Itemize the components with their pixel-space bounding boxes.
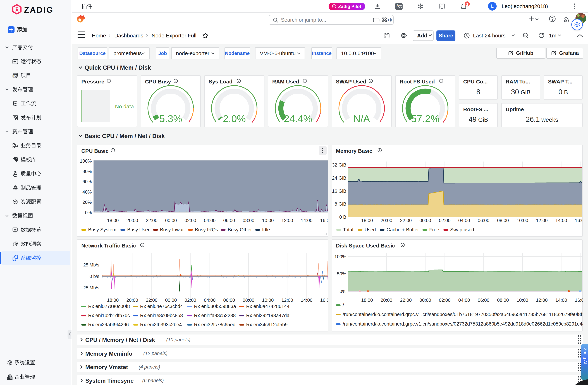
svg-text:AI: AI (333, 5, 335, 7)
svg-text:PM: PM (13, 75, 16, 77)
